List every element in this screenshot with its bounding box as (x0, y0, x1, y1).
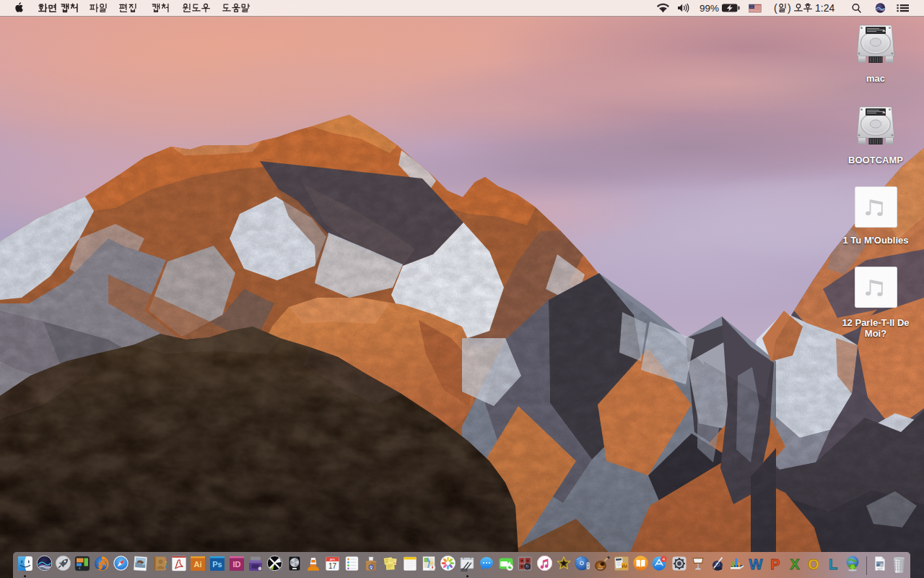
svg-text:docx: docx (878, 569, 883, 571)
svg-text:P: P (770, 556, 780, 571)
svg-text:Ai: Ai (194, 560, 202, 569)
svg-text:ID: ID (232, 560, 240, 569)
svg-text:L: L (829, 556, 837, 571)
svg-text:O: O (808, 556, 819, 571)
svg-text:17: 17 (328, 562, 337, 570)
svg-text:): ) (788, 2, 791, 14)
svg-text:99%: 99% (699, 3, 719, 14)
svg-text:(: ( (774, 2, 777, 14)
svg-text:X: X (790, 556, 800, 571)
svg-text:W: W (749, 556, 763, 571)
svg-text:Q: Q (370, 565, 372, 569)
svg-text:Ps: Ps (212, 560, 222, 569)
svg-text:APR: APR (330, 558, 336, 561)
svg-text:1:24: 1:24 (815, 2, 834, 14)
